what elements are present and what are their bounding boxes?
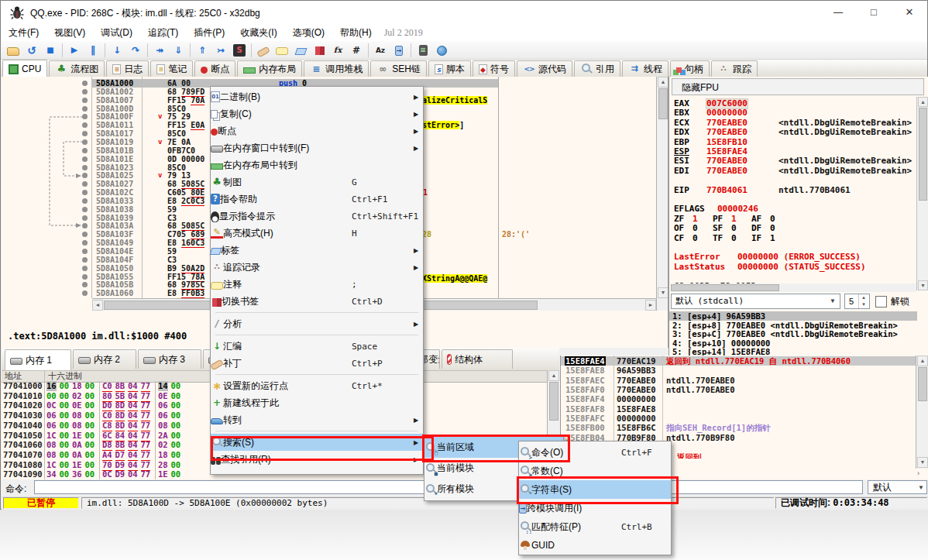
argument-row[interactable]: 2: [esp+8] 770EABE0 <ntdll.DbgUiRemoteBr… [669, 321, 917, 330]
tab-trace[interactable]: ∴跟踪 [711, 60, 758, 77]
breakpoint-dot-icon[interactable] [82, 98, 88, 103]
bookmark-button[interactable] [310, 42, 328, 59]
menu-item-6[interactable]: ?指令帮助Ctrl+F1 [211, 191, 423, 208]
dump-tab-2[interactable]: 内存 2 [73, 349, 136, 369]
menubar-item-3[interactable]: 追踪(T) [140, 24, 186, 41]
breakpoint-dot-icon[interactable] [82, 240, 88, 246]
menubar-item-7[interactable]: 帮助(H) [332, 24, 380, 41]
breakpoint-dot-icon[interactable] [82, 223, 88, 228]
breakpoint-dot-icon[interactable] [82, 148, 88, 153]
unlock-checkbox[interactable]: 解锁 [875, 295, 922, 307]
menubar-item-5[interactable]: 收藏夹(I) [232, 24, 284, 41]
breakpoint-dot-icon[interactable] [82, 156, 88, 162]
registers-hscrollbar[interactable] [671, 283, 916, 292]
menu-item-1[interactable]: #常数(C) [519, 462, 671, 480]
tab-handles[interactable]: 句柄 [670, 60, 710, 77]
argument-count-stepper[interactable]: 5 ▲▼ [844, 294, 870, 309]
breakpoint-dot-icon[interactable] [82, 81, 88, 86]
label-button[interactable] [291, 42, 310, 59]
menu-item-13[interactable]: /分析▶ [211, 315, 423, 332]
menu-item-10[interactable]: ∴追踪记录▶ [211, 259, 423, 276]
menubar-item-1[interactable]: 视图(V) [46, 24, 93, 41]
breakpoint-dot-icon[interactable] [82, 106, 88, 112]
menu-item-18[interactable]: 转到▶ [211, 411, 423, 428]
tab-callstack[interactable]: ≡调用堆栈 [304, 60, 369, 77]
step-down-button[interactable]: ⇓ [169, 42, 187, 59]
menu-item-9[interactable]: 标签▶ [211, 242, 423, 259]
breakpoint-dot-icon[interactable] [82, 290, 88, 296]
registers-vscrollbar[interactable]: ▲ ▼ [916, 97, 928, 290]
argument-row[interactable]: 3: [esp+C] 770EABE0 <ntdll.DbgUiRemoteBr… [669, 329, 917, 338]
tab-notes[interactable]: ≡笔记 [150, 60, 193, 77]
breakpoint-dot-icon[interactable] [82, 215, 88, 221]
menubar-item-2[interactable]: 调试(D) [93, 24, 140, 41]
breakpoint-dot-icon[interactable] [82, 114, 88, 119]
hide-fpu-button[interactable]: 隐藏FPU [672, 78, 924, 95]
tab-seh[interactable]: ∞SEH链 [370, 60, 427, 77]
calling-convention-select[interactable]: 默认 (stdcall) ▼ [671, 294, 840, 309]
menu-item-0[interactable]: 01二进制(B)▶ [211, 88, 423, 105]
menu-item-19[interactable]: 搜索(S)▶ [211, 434, 423, 451]
stop-button[interactable]: ■ [41, 42, 60, 59]
tab-log[interactable]: ≡日志 [106, 60, 149, 77]
breakpoint-dot-icon[interactable] [82, 165, 88, 170]
menu-item-5[interactable]: GUID [519, 536, 671, 555]
menu-item-3[interactable]: →跨模块调用(I) [519, 499, 671, 517]
tab-breakpoint[interactable]: 断点 [194, 60, 235, 77]
scylla-button[interactable]: S [230, 42, 249, 59]
breakpoint-dot-icon[interactable] [82, 89, 88, 94]
patch-button[interactable] [254, 42, 273, 59]
menu-item-4[interactable]: ::匹配特征(P)Ctrl+B [519, 517, 671, 536]
menu-item-7[interactable]: 显示指令提示Ctrl+Shift+F1 [211, 208, 423, 225]
az-button[interactable]: Az [371, 42, 390, 59]
menu-item-0[interactable]: >命令(O)Ctrl+F [519, 443, 671, 462]
menu-item-2[interactable]: 断点▶ [211, 122, 423, 139]
menu-item-15[interactable]: 补丁Ctrl+P [211, 355, 423, 372]
menu-item-12[interactable]: 切换书签Ctrl+D [211, 293, 423, 310]
argument-row[interactable]: 1: [esp+4] 96A59BB3 [669, 311, 917, 321]
menu-item-3[interactable]: 在内存窗口中转到(F)▶ [211, 139, 423, 156]
maximize-button[interactable]: □ [856, 1, 892, 24]
restart-button[interactable]: ↺ [22, 42, 41, 59]
disasm-vscrollbar[interactable]: ▲ ▼ [656, 77, 669, 311]
step-into-button[interactable]: ↓ [108, 42, 126, 59]
tab-graph[interactable]: ♣流程图 [49, 60, 105, 77]
stack-hscroll-arrow[interactable]: › [917, 469, 919, 477]
breakpoint-dot-icon[interactable] [82, 181, 88, 187]
dump-tab-8[interactable]: 结构体 [442, 349, 513, 369]
run-up-button[interactable]: ⇑ [193, 42, 211, 59]
minimize-button[interactable]: — [820, 1, 856, 24]
tab-symbols[interactable]: ◆符号 [473, 60, 515, 77]
breakpoint-dot-icon[interactable] [82, 139, 88, 145]
command-profile-select[interactable]: 默认 ▼ [868, 480, 927, 494]
breakpoint-dot-icon[interactable] [82, 122, 88, 128]
fx-button[interactable]: fx [328, 42, 347, 59]
globe-button[interactable] [432, 42, 451, 59]
tab-script[interactable]: s脚本 [428, 60, 471, 77]
step-over-button[interactable]: ↷ [126, 42, 145, 59]
run-user-button[interactable]: ↣ [211, 42, 230, 59]
modules-button[interactable]: → [390, 42, 408, 59]
breakpoint-dot-icon[interactable] [82, 190, 88, 195]
menubar-item-4[interactable]: 插件(P) [186, 24, 232, 41]
menu-item-11[interactable]: 注释; [211, 276, 423, 293]
tab-source[interactable]: <>源代码 [517, 60, 572, 77]
tab-refs[interactable]: 引用 [574, 60, 620, 77]
close-button[interactable]: ✕ [892, 1, 927, 24]
breakpoint-dot-icon[interactable] [82, 131, 88, 136]
run-until-button[interactable]: ↠ [150, 42, 169, 59]
run-button[interactable]: ▶ [65, 42, 84, 59]
stepper-arrows-icon[interactable]: ▲▼ [858, 294, 868, 308]
pause-button[interactable]: ‖ [84, 42, 102, 59]
breakpoint-dot-icon[interactable] [82, 257, 88, 263]
menu-item-14[interactable]: ↓汇编Space [211, 338, 423, 355]
menu-item-20[interactable]: 查找引用(R)▶ [211, 451, 423, 468]
tab-cpu[interactable]: CPU [2, 60, 47, 77]
dump-tab-1[interactable]: 内存 1 [5, 349, 71, 370]
menu-item-8[interactable]: ✎高亮模式(H)H [211, 225, 423, 242]
menu-item-1[interactable]: 复制(C)▶ [211, 105, 423, 122]
breakpoint-dot-icon[interactable] [82, 232, 88, 237]
breakpoint-dot-icon[interactable] [82, 282, 88, 287]
hash-button[interactable]: # [347, 42, 366, 59]
breakpoint-dot-icon[interactable] [82, 266, 88, 271]
